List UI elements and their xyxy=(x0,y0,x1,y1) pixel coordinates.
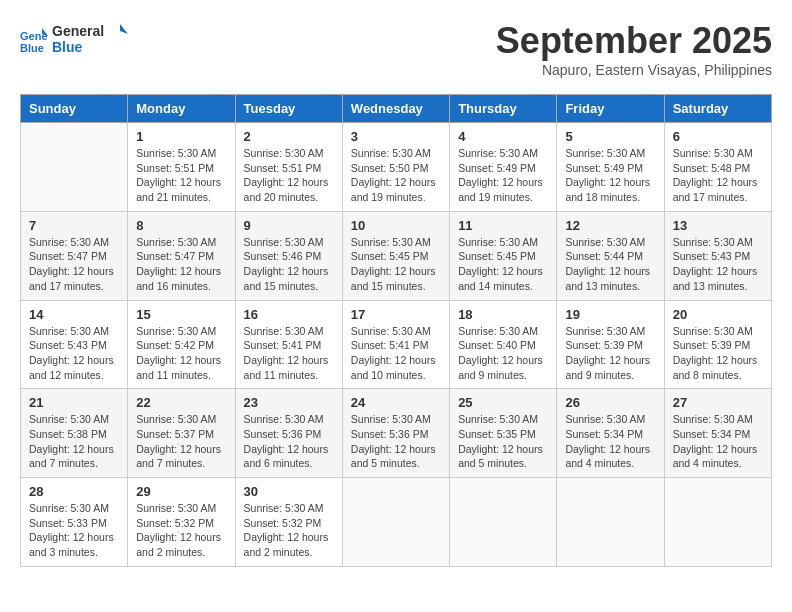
calendar-cell xyxy=(342,478,449,567)
cell-info: Sunrise: 5:30 AM Sunset: 5:41 PM Dayligh… xyxy=(351,324,441,383)
day-number: 24 xyxy=(351,395,441,410)
cell-info: Sunrise: 5:30 AM Sunset: 5:43 PM Dayligh… xyxy=(673,235,763,294)
cell-info: Sunrise: 5:30 AM Sunset: 5:45 PM Dayligh… xyxy=(458,235,548,294)
header-saturday: Saturday xyxy=(664,95,771,123)
calendar-cell: 9Sunrise: 5:30 AM Sunset: 5:46 PM Daylig… xyxy=(235,211,342,300)
day-number: 1 xyxy=(136,129,226,144)
calendar-cell xyxy=(557,478,664,567)
day-number: 5 xyxy=(565,129,655,144)
cell-info: Sunrise: 5:30 AM Sunset: 5:32 PM Dayligh… xyxy=(244,501,334,560)
calendar-cell: 27Sunrise: 5:30 AM Sunset: 5:34 PM Dayli… xyxy=(664,389,771,478)
calendar-header: SundayMondayTuesdayWednesdayThursdayFrid… xyxy=(21,95,772,123)
day-number: 18 xyxy=(458,307,548,322)
cell-info: Sunrise: 5:30 AM Sunset: 5:32 PM Dayligh… xyxy=(136,501,226,560)
week-row-1: 1Sunrise: 5:30 AM Sunset: 5:51 PM Daylig… xyxy=(21,123,772,212)
calendar-cell: 2Sunrise: 5:30 AM Sunset: 5:51 PM Daylig… xyxy=(235,123,342,212)
svg-text:Blue: Blue xyxy=(52,39,83,55)
day-number: 11 xyxy=(458,218,548,233)
calendar-cell: 11Sunrise: 5:30 AM Sunset: 5:45 PM Dayli… xyxy=(450,211,557,300)
title-area: September 2025 Napuro, Eastern Visayas, … xyxy=(496,20,772,78)
cell-info: Sunrise: 5:30 AM Sunset: 5:50 PM Dayligh… xyxy=(351,146,441,205)
day-number: 23 xyxy=(244,395,334,410)
day-number: 6 xyxy=(673,129,763,144)
cell-info: Sunrise: 5:30 AM Sunset: 5:49 PM Dayligh… xyxy=(458,146,548,205)
cell-info: Sunrise: 5:30 AM Sunset: 5:51 PM Dayligh… xyxy=(136,146,226,205)
day-number: 16 xyxy=(244,307,334,322)
calendar-cell: 21Sunrise: 5:30 AM Sunset: 5:38 PM Dayli… xyxy=(21,389,128,478)
location: Napuro, Eastern Visayas, Philippines xyxy=(496,62,772,78)
calendar-cell: 5Sunrise: 5:30 AM Sunset: 5:49 PM Daylig… xyxy=(557,123,664,212)
cell-info: Sunrise: 5:30 AM Sunset: 5:49 PM Dayligh… xyxy=(565,146,655,205)
calendar-cell: 17Sunrise: 5:30 AM Sunset: 5:41 PM Dayli… xyxy=(342,300,449,389)
month-title: September 2025 xyxy=(496,20,772,62)
day-number: 22 xyxy=(136,395,226,410)
header-friday: Friday xyxy=(557,95,664,123)
logo-icon: General Blue xyxy=(20,26,48,54)
calendar-cell: 14Sunrise: 5:30 AM Sunset: 5:43 PM Dayli… xyxy=(21,300,128,389)
day-number: 19 xyxy=(565,307,655,322)
day-number: 30 xyxy=(244,484,334,499)
cell-info: Sunrise: 5:30 AM Sunset: 5:43 PM Dayligh… xyxy=(29,324,119,383)
calendar-table: SundayMondayTuesdayWednesdayThursdayFrid… xyxy=(20,94,772,567)
day-number: 20 xyxy=(673,307,763,322)
header-wednesday: Wednesday xyxy=(342,95,449,123)
svg-marker-5 xyxy=(120,24,128,34)
day-number: 2 xyxy=(244,129,334,144)
week-row-2: 7Sunrise: 5:30 AM Sunset: 5:47 PM Daylig… xyxy=(21,211,772,300)
day-number: 8 xyxy=(136,218,226,233)
day-number: 14 xyxy=(29,307,119,322)
cell-info: Sunrise: 5:30 AM Sunset: 5:33 PM Dayligh… xyxy=(29,501,119,560)
day-number: 12 xyxy=(565,218,655,233)
calendar-cell: 8Sunrise: 5:30 AM Sunset: 5:47 PM Daylig… xyxy=(128,211,235,300)
day-number: 9 xyxy=(244,218,334,233)
calendar-cell: 10Sunrise: 5:30 AM Sunset: 5:45 PM Dayli… xyxy=(342,211,449,300)
day-number: 26 xyxy=(565,395,655,410)
calendar-cell: 6Sunrise: 5:30 AM Sunset: 5:48 PM Daylig… xyxy=(664,123,771,212)
week-row-3: 14Sunrise: 5:30 AM Sunset: 5:43 PM Dayli… xyxy=(21,300,772,389)
calendar-cell: 16Sunrise: 5:30 AM Sunset: 5:41 PM Dayli… xyxy=(235,300,342,389)
cell-info: Sunrise: 5:30 AM Sunset: 5:39 PM Dayligh… xyxy=(565,324,655,383)
calendar-cell: 7Sunrise: 5:30 AM Sunset: 5:47 PM Daylig… xyxy=(21,211,128,300)
calendar-cell: 29Sunrise: 5:30 AM Sunset: 5:32 PM Dayli… xyxy=(128,478,235,567)
calendar-cell: 28Sunrise: 5:30 AM Sunset: 5:33 PM Dayli… xyxy=(21,478,128,567)
day-number: 21 xyxy=(29,395,119,410)
calendar-cell: 22Sunrise: 5:30 AM Sunset: 5:37 PM Dayli… xyxy=(128,389,235,478)
day-number: 15 xyxy=(136,307,226,322)
calendar-cell: 13Sunrise: 5:30 AM Sunset: 5:43 PM Dayli… xyxy=(664,211,771,300)
cell-info: Sunrise: 5:30 AM Sunset: 5:47 PM Dayligh… xyxy=(29,235,119,294)
calendar-cell: 23Sunrise: 5:30 AM Sunset: 5:36 PM Dayli… xyxy=(235,389,342,478)
cell-info: Sunrise: 5:30 AM Sunset: 5:48 PM Dayligh… xyxy=(673,146,763,205)
calendar-cell: 4Sunrise: 5:30 AM Sunset: 5:49 PM Daylig… xyxy=(450,123,557,212)
svg-text:Blue: Blue xyxy=(20,42,44,54)
cell-info: Sunrise: 5:30 AM Sunset: 5:37 PM Dayligh… xyxy=(136,412,226,471)
logo: General Blue General Blue xyxy=(20,20,132,60)
calendar-body: 1Sunrise: 5:30 AM Sunset: 5:51 PM Daylig… xyxy=(21,123,772,567)
week-row-5: 28Sunrise: 5:30 AM Sunset: 5:33 PM Dayli… xyxy=(21,478,772,567)
day-number: 4 xyxy=(458,129,548,144)
header-tuesday: Tuesday xyxy=(235,95,342,123)
header-thursday: Thursday xyxy=(450,95,557,123)
cell-info: Sunrise: 5:30 AM Sunset: 5:36 PM Dayligh… xyxy=(351,412,441,471)
cell-info: Sunrise: 5:30 AM Sunset: 5:46 PM Dayligh… xyxy=(244,235,334,294)
cell-info: Sunrise: 5:30 AM Sunset: 5:42 PM Dayligh… xyxy=(136,324,226,383)
page-header: General Blue General Blue September 2025… xyxy=(20,20,772,78)
calendar-cell: 20Sunrise: 5:30 AM Sunset: 5:39 PM Dayli… xyxy=(664,300,771,389)
cell-info: Sunrise: 5:30 AM Sunset: 5:41 PM Dayligh… xyxy=(244,324,334,383)
cell-info: Sunrise: 5:30 AM Sunset: 5:34 PM Dayligh… xyxy=(565,412,655,471)
day-number: 25 xyxy=(458,395,548,410)
logo-line1: General Blue xyxy=(52,20,132,60)
cell-info: Sunrise: 5:30 AM Sunset: 5:34 PM Dayligh… xyxy=(673,412,763,471)
week-row-4: 21Sunrise: 5:30 AM Sunset: 5:38 PM Dayli… xyxy=(21,389,772,478)
day-number: 13 xyxy=(673,218,763,233)
day-number: 27 xyxy=(673,395,763,410)
day-number: 7 xyxy=(29,218,119,233)
cell-info: Sunrise: 5:30 AM Sunset: 5:40 PM Dayligh… xyxy=(458,324,548,383)
cell-info: Sunrise: 5:30 AM Sunset: 5:47 PM Dayligh… xyxy=(136,235,226,294)
calendar-cell: 3Sunrise: 5:30 AM Sunset: 5:50 PM Daylig… xyxy=(342,123,449,212)
day-number: 17 xyxy=(351,307,441,322)
calendar-cell: 25Sunrise: 5:30 AM Sunset: 5:35 PM Dayli… xyxy=(450,389,557,478)
calendar-cell: 1Sunrise: 5:30 AM Sunset: 5:51 PM Daylig… xyxy=(128,123,235,212)
calendar-cell xyxy=(664,478,771,567)
calendar-cell: 12Sunrise: 5:30 AM Sunset: 5:44 PM Dayli… xyxy=(557,211,664,300)
cell-info: Sunrise: 5:30 AM Sunset: 5:51 PM Dayligh… xyxy=(244,146,334,205)
